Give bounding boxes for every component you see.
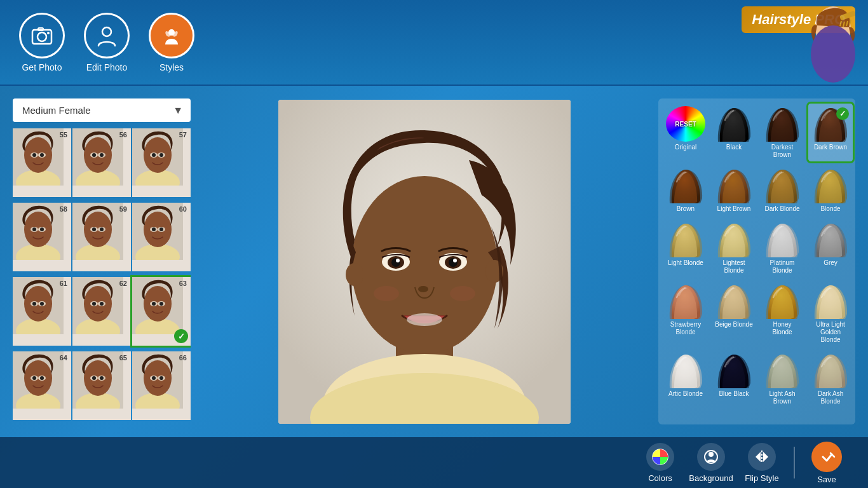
style-cell-60[interactable]: 60 — [132, 203, 191, 271]
style-cell-59[interactable]: 59 — [72, 203, 131, 271]
svg-point-59 — [152, 227, 156, 231]
color-swatch-blonde[interactable]: Blonde — [808, 165, 853, 215]
color-swatch-dark-blonde[interactable]: Dark Blonde — [760, 165, 804, 215]
svg-point-123 — [453, 259, 457, 262]
svg-point-60 — [159, 227, 163, 231]
swatch-label-blonde: Blonde — [820, 205, 840, 213]
main-content: Medium Female ▼ 55 56 — [0, 86, 868, 437]
swatch-image-darkest-brown — [763, 106, 802, 142]
color-swatch-platinum[interactable]: Platinum Blonde — [760, 219, 804, 277]
style-cell-number: 55 — [60, 131, 67, 139]
swatch-label-light-ash: Light Ash Brown — [763, 390, 802, 405]
style-cell-57[interactable]: 57 — [132, 128, 191, 197]
color-swatch-black[interactable]: Black — [712, 104, 756, 161]
swatch-label-blue-black: Blue Black — [719, 390, 749, 398]
style-cell-55[interactable]: 55 — [13, 128, 71, 197]
color-swatch-artic-blonde[interactable]: Artic Blonde — [663, 350, 708, 408]
swatch-label-light-brown: Light Brown — [717, 205, 751, 213]
style-cell-61[interactable]: 61 — [13, 277, 71, 346]
style-cell-number: 61 — [60, 280, 67, 287]
color-swatch-darkest-brown[interactable]: Darkest Brown — [760, 104, 804, 161]
color-swatch-reset[interactable]: RESETOriginal — [663, 104, 708, 161]
svg-point-124 — [418, 286, 428, 292]
photo-area — [200, 98, 649, 424]
color-swatch-beige-blonde[interactable]: Beige Blonde — [712, 281, 756, 346]
svg-point-3 — [47, 32, 50, 34]
swatch-image-light-ash — [763, 353, 802, 388]
flip-toolbar-item[interactable]: Flip Style — [740, 443, 784, 483]
swatch-label-ultra-light: Ultra Light Golden Blonde — [811, 321, 850, 344]
camera-icon — [19, 13, 65, 58]
style-panel: Medium Female ▼ 55 56 — [13, 98, 191, 424]
color-swatch-ultra-light[interactable]: Ultra Light Golden Blonde — [808, 281, 853, 346]
swatch-image-light-brown — [714, 168, 754, 203]
style-cell-number: 62 — [119, 280, 127, 287]
color-swatch-dark-ash[interactable]: Dark Ash Blonde — [808, 350, 853, 408]
background-icon — [697, 443, 725, 471]
nav-styles[interactable]: Styles — [149, 13, 194, 72]
swatch-image-ultra-light — [811, 283, 850, 319]
style-cell-number: 65 — [119, 354, 127, 362]
colors-toolbar-item[interactable]: Colors — [638, 443, 682, 483]
background-toolbar-item[interactable]: Background — [689, 443, 733, 483]
style-cell-63[interactable]: 63✓ — [132, 277, 191, 346]
color-swatch-lightest-blonde[interactable]: Lightest Blonde — [712, 219, 756, 277]
style-cell-65[interactable]: 65 — [72, 351, 131, 420]
color-swatch-brown[interactable]: Brown — [663, 165, 708, 215]
color-swatch-light-ash[interactable]: Light Ash Brown — [760, 350, 804, 408]
color-swatch-light-brown[interactable]: Light Brown — [712, 165, 756, 215]
svg-point-51 — [92, 227, 96, 231]
save-toolbar-item[interactable]: Save — [804, 442, 849, 484]
color-swatch-dark-brown[interactable]: ✓Dark Brown — [808, 104, 853, 161]
swatch-image-light-blonde — [666, 222, 705, 257]
color-swatch-strawberry[interactable]: Strawberry Blonde — [663, 281, 708, 346]
swatch-image-dark-blonde — [763, 168, 802, 203]
style-dropdown[interactable]: Medium Female — [13, 98, 191, 122]
style-cell-56[interactable]: 56 — [72, 128, 131, 197]
style-grid: 55 56 57 58 — [13, 128, 191, 424]
swatch-image-platinum — [763, 222, 802, 257]
nav-get-photo[interactable]: Get Photo — [19, 13, 65, 72]
colors-label: Colors — [648, 473, 672, 483]
woman-photo — [278, 100, 571, 424]
logo-decoration — [779, 3, 855, 83]
color-swatch-blue-black[interactable]: Blue Black — [712, 350, 756, 408]
swatch-image-reset: RESET — [666, 106, 705, 142]
style-cell-58[interactable]: 58 — [13, 203, 71, 271]
logo-area: Hairstyle PRO — [742, 6, 855, 33]
bottom-toolbar: Colors Background Flip Style — [0, 437, 868, 488]
style-cell-number: 64 — [60, 354, 67, 362]
color-swatch-light-blonde[interactable]: Light Blonde — [663, 219, 708, 277]
header-nav: Get Photo Edit Photo Styles — [19, 13, 194, 72]
svg-point-108 — [159, 376, 163, 380]
swatch-label-brown: Brown — [677, 205, 695, 213]
color-swatch-grey[interactable]: Grey — [808, 219, 853, 277]
color-panel: RESETOriginal Black — [658, 98, 855, 424]
swatch-label-platinum: Platinum Blonde — [763, 259, 802, 274]
swatch-image-dark-ash — [811, 353, 850, 388]
style-cell-62[interactable]: 62 — [72, 277, 131, 346]
style-cell-64[interactable]: 64 — [13, 351, 71, 420]
svg-point-20 — [40, 153, 44, 157]
svg-point-122 — [396, 259, 400, 262]
svg-point-36 — [159, 153, 163, 157]
styles-icon — [149, 13, 194, 58]
swatch-label-honey-blonde: Honey Blonde — [763, 321, 802, 336]
swatch-image-dark-brown: ✓ — [811, 106, 850, 142]
style-cell-number: 57 — [179, 131, 187, 139]
svg-point-19 — [32, 153, 36, 157]
svg-point-114 — [346, 263, 363, 286]
style-cell-66[interactable]: 66 — [132, 351, 191, 420]
svg-line-12 — [850, 20, 851, 25]
svg-point-92 — [40, 376, 44, 380]
style-cell-number: 66 — [179, 354, 187, 362]
svg-point-4 — [102, 27, 111, 36]
style-cell-number: 63 — [179, 280, 187, 287]
swatch-label-reset: Original — [675, 144, 696, 151]
swatch-image-blue-black — [714, 353, 754, 388]
nav-edit-photo[interactable]: Edit Photo — [84, 13, 130, 72]
color-swatch-honey-blonde[interactable]: Honey Blonde — [760, 281, 804, 346]
edit-photo-label: Edit Photo — [86, 62, 128, 72]
style-dropdown-wrapper[interactable]: Medium Female ▼ — [13, 98, 191, 122]
svg-point-127 — [450, 286, 475, 301]
